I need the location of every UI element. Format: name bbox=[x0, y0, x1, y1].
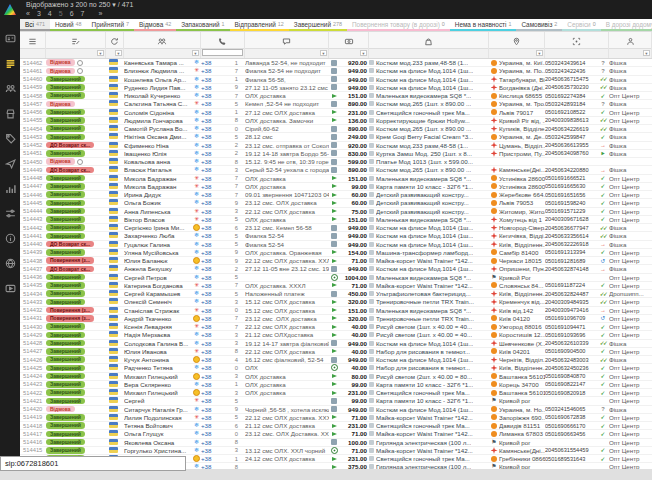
phone-filter-input[interactable] bbox=[202, 49, 243, 56]
table-row[interactable]: 514422 Завершений Михаил Гилецький +38 3… bbox=[20, 389, 652, 397]
ttn-number[interactable]: 0501691096709 bbox=[545, 315, 597, 321]
table-row[interactable]: 514424 Завершений Михаил Гилецький +38 3… bbox=[20, 373, 652, 381]
ttn-number[interactable]: 20450632610339 bbox=[545, 340, 597, 346]
table-row[interactable]: 514415 Завершений Горгулько Христина... … bbox=[20, 447, 652, 455]
col-price[interactable] bbox=[329, 32, 369, 50]
tab-Повернення товару (в дорозі)[interactable]: Повернення товару (в дорозі)0 bbox=[347, 19, 450, 31]
client-name[interactable]: Салєгина Татьяна С... bbox=[124, 100, 192, 107]
ttn-number[interactable]: 0501691187224 bbox=[545, 282, 597, 288]
table-row[interactable]: 514432 Повернення (з... Станіслав Стрижа… bbox=[20, 307, 652, 315]
table-row[interactable]: 514438 Повернення (з... Юлия Баланюк +38… bbox=[20, 257, 652, 265]
app-logo-icon[interactable] bbox=[3, 2, 17, 20]
client-name[interactable]: Захарченко Люба bbox=[124, 232, 192, 239]
client-phone[interactable]: +38 bbox=[201, 282, 219, 289]
client-phone[interactable]: +38 bbox=[201, 117, 219, 124]
client-phone[interactable]: +38 bbox=[201, 274, 219, 281]
status-badge[interactable]: Завершений bbox=[46, 249, 85, 256]
client-name[interactable]: Микола Бадражан bbox=[124, 183, 192, 190]
client-phone[interactable]: +38 bbox=[201, 348, 219, 355]
table-row[interactable]: 514416 Завершений Яковлева Оксана ❄ +38 … bbox=[20, 439, 652, 447]
status-badge[interactable]: Завершений bbox=[46, 398, 85, 405]
ttn-number[interactable]: 0503243422436 bbox=[545, 68, 597, 74]
dashboard-icon[interactable] bbox=[0, 26, 20, 51]
status-badge[interactable]: Завершений bbox=[46, 84, 85, 91]
client-phone[interactable]: +38 bbox=[201, 315, 219, 322]
ttn-number[interactable]: 20450632824487 bbox=[545, 291, 597, 297]
ttn-number[interactable]: 0501691094471 bbox=[545, 324, 597, 330]
client-name[interactable]: Радченко Тетяна bbox=[124, 364, 192, 371]
client-phone[interactable]: +38 bbox=[201, 92, 219, 99]
ttn-number[interactable]: 20450632483003 bbox=[545, 357, 597, 363]
ttn-number[interactable]: 20400309671628 bbox=[545, 216, 597, 222]
client-name[interactable]: Юлия Иванова bbox=[124, 348, 192, 355]
status-badge[interactable]: Завершений bbox=[46, 356, 85, 363]
globe-icon[interactable] bbox=[0, 251, 20, 276]
client-name[interactable]: Лилия Подолинская bbox=[124, 414, 192, 421]
client-name[interactable]: Сергей bbox=[124, 397, 192, 404]
client-name[interactable]: Руденко Лидия Пав... bbox=[124, 84, 192, 91]
ttn-number[interactable]: 20450635730230 bbox=[545, 84, 597, 90]
table-row[interactable]: 514444 Завершений Анна Липенська ✳ +38 3… bbox=[20, 208, 652, 216]
client-name[interactable]: Самотій Руслана Во... bbox=[124, 125, 192, 132]
client-phone[interactable]: +38 bbox=[201, 59, 219, 66]
client-phone[interactable]: +38 bbox=[201, 133, 219, 140]
ttn-number[interactable]: 0501691571229 bbox=[545, 208, 597, 214]
client-name[interactable]: Віктор Власов bbox=[124, 216, 192, 223]
col-phone[interactable] bbox=[201, 32, 245, 50]
table-row[interactable]: 514435 Завершений Катерина Богданова ✳ +… bbox=[20, 282, 652, 290]
send-icon[interactable] bbox=[0, 151, 20, 176]
status-badge[interactable]: Завершений bbox=[46, 447, 85, 454]
client-phone[interactable]: +38 bbox=[201, 298, 219, 305]
client-name[interactable]: Сергієнко Ірина Ми... bbox=[124, 224, 192, 231]
shown-range-text[interactable]: Відображено з 200 по 250 ▾ / 471 bbox=[20, 0, 652, 10]
status-badge[interactable]: Завершений bbox=[46, 200, 85, 207]
client-name[interactable]: Олексій Семеніч bbox=[124, 298, 192, 305]
client-phone[interactable]: +38 bbox=[201, 290, 219, 297]
status-badge[interactable]: ДО Возврат ск... bbox=[46, 241, 94, 248]
status-badge[interactable]: Завершений bbox=[46, 134, 85, 141]
client-filter-dropdown[interactable]: ▾ bbox=[192, 50, 199, 56]
client-name[interactable]: Власюк Наталья bbox=[124, 166, 192, 173]
status-badge[interactable]: Відмова bbox=[46, 406, 75, 413]
client-phone[interactable]: +38 bbox=[201, 216, 219, 223]
client-name[interactable]: Сергей Карамышев bbox=[124, 290, 192, 297]
orders-icon[interactable] bbox=[0, 51, 20, 76]
status-badge[interactable]: Завершений bbox=[46, 150, 85, 157]
status-badge[interactable]: Повернення (з... bbox=[46, 257, 94, 264]
status-badge[interactable]: Завершений bbox=[46, 224, 85, 231]
status-badge[interactable]: Завершений bbox=[46, 125, 85, 132]
client-phone[interactable]: +38 bbox=[201, 166, 219, 173]
ttn-number[interactable]: 20400309838613 bbox=[545, 117, 597, 123]
client-phone[interactable]: +38 bbox=[201, 406, 219, 413]
table-row[interactable]: 514437 ДО Возврат ск... Анжела Безушку ❄… bbox=[20, 265, 652, 273]
client-name[interactable]: Анна Липенська bbox=[124, 208, 192, 215]
tab-В дорозі додому[interactable]: В дорозі додому0 bbox=[601, 19, 652, 31]
client-name[interactable]: Николай Кучеренко bbox=[124, 92, 192, 99]
client-phone[interactable]: +38 bbox=[201, 241, 219, 248]
status-badge[interactable]: Завершений bbox=[46, 233, 85, 240]
ttn-number[interactable]: 0503241546065 bbox=[545, 406, 597, 412]
status-badge[interactable]: Завершений bbox=[46, 274, 85, 281]
source-filter-dropdown[interactable]: ▾ bbox=[643, 50, 650, 56]
video-icon[interactable] bbox=[0, 276, 20, 301]
flag-filter-dropdown[interactable]: ▾ bbox=[115, 50, 122, 56]
ttn-number[interactable]: 20450633356614 bbox=[545, 233, 597, 239]
comment-filter-dropdown[interactable]: ▾ bbox=[320, 50, 327, 56]
ttn-number[interactable]: 20450632450236 bbox=[545, 365, 597, 371]
status-badge[interactable]: Завершений bbox=[46, 323, 85, 330]
status-badge[interactable]: Відмова bbox=[46, 158, 75, 165]
price-tag-icon[interactable] bbox=[0, 126, 20, 151]
client-name[interactable]: Каневська Тамара ... bbox=[124, 59, 192, 66]
client-phone[interactable]: +38 bbox=[201, 331, 219, 338]
ttn-number[interactable]: 0501691598240 bbox=[545, 200, 597, 206]
client-phone[interactable]: +38 bbox=[201, 84, 219, 91]
client-phone[interactable]: +38 bbox=[201, 340, 219, 347]
client-phone[interactable]: +38 bbox=[201, 422, 219, 429]
client-name[interactable]: Кошелева Ольга Ар... bbox=[124, 76, 192, 83]
client-phone[interactable]: +38 bbox=[201, 125, 219, 132]
table-row[interactable]: 514459 Завершений Руденко Лидия Пав... ❄… bbox=[20, 84, 652, 92]
status-badge[interactable]: ДО Возврат ск... bbox=[46, 167, 94, 174]
client-name[interactable]: Ковальова анна bbox=[124, 158, 192, 165]
client-phone[interactable]: +38 bbox=[201, 232, 219, 239]
table-row[interactable]: 514458 Завершений Николай Кучеренко ❄ +3… bbox=[20, 92, 652, 100]
